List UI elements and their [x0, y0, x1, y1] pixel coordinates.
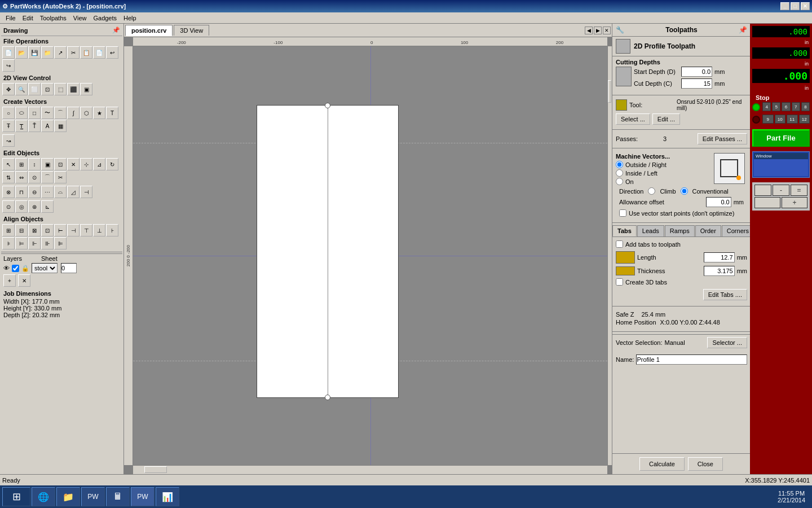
canvas-surface[interactable]: [133, 46, 607, 465]
layer-lock-icon[interactable]: 🔒: [21, 265, 29, 272]
circle-button[interactable]: ○: [2, 107, 15, 119]
select-button[interactable]: ↖: [2, 158, 15, 170]
menu-view[interactable]: View: [70, 14, 90, 23]
vector-start-check[interactable]: [619, 209, 626, 217]
transform-button[interactable]: ↕: [28, 158, 41, 170]
align-h-button[interactable]: ⊟: [15, 224, 28, 237]
edit-passes-button[interactable]: Edit Passes ...: [698, 133, 747, 144]
subtract-button[interactable]: ⊖: [28, 186, 41, 198]
menu-edit[interactable]: Edit: [19, 14, 37, 23]
tab-ramps[interactable]: Ramps: [665, 225, 695, 237]
copy-button[interactable]: 📋: [80, 46, 92, 59]
taskbar-pw3d[interactable]: PW: [81, 487, 105, 506]
offset-button[interactable]: ⊙: [28, 171, 41, 183]
align-tl-button[interactable]: ⊣: [67, 224, 80, 237]
tab-next-button[interactable]: ▶: [594, 27, 602, 34]
zoom-all-button[interactable]: ⬛: [67, 83, 80, 95]
add-layer-button[interactable]: +: [3, 274, 16, 287]
selector-button[interactable]: Selector ...: [707, 337, 747, 348]
tab-corners[interactable]: Corners: [722, 225, 751, 237]
btn-4[interactable]: 4: [762, 102, 771, 111]
ellipse-button[interactable]: ⬭: [15, 107, 28, 119]
start-depth-input[interactable]: 0.0: [681, 67, 712, 77]
snap2-button[interactable]: ◎: [15, 200, 28, 213]
calc-plus-btn[interactable]: +: [782, 197, 807, 208]
path-button[interactable]: ⊾: [41, 200, 54, 213]
label-button[interactable]: A: [41, 120, 54, 132]
tab-order[interactable]: Order: [695, 225, 721, 237]
part-file-button[interactable]: Part File: [752, 129, 810, 147]
menu-toolpaths[interactable]: Toolpaths: [37, 14, 70, 23]
zoom-box-button[interactable]: ⬜: [28, 83, 41, 95]
edit-tabs-button[interactable]: Edit Tabs ....: [703, 289, 747, 300]
layer-visibility-check[interactable]: [12, 265, 19, 272]
view3d-button[interactable]: ▣: [80, 83, 92, 95]
taskbar-explorer[interactable]: 📁: [56, 487, 80, 506]
split-button[interactable]: ✂: [54, 171, 67, 183]
import-button[interactable]: ✂: [67, 46, 80, 59]
align-t-button[interactable]: ⊩: [28, 237, 41, 249]
smooth-button[interactable]: ⋯: [41, 186, 54, 198]
pan-button[interactable]: ✥: [2, 83, 15, 95]
fillet-button[interactable]: ⌓: [54, 186, 67, 198]
btn-10[interactable]: 10: [775, 115, 786, 124]
name-input[interactable]: [636, 354, 747, 365]
zoom-fit-button[interactable]: ⬚: [54, 83, 67, 95]
menu-file[interactable]: File: [2, 14, 19, 23]
chamfer-button[interactable]: ◿: [67, 186, 80, 198]
scale-button[interactable]: ⊿: [93, 158, 105, 170]
calc-equals-btn[interactable]: =: [791, 185, 807, 196]
allowance-input[interactable]: [706, 197, 731, 207]
dist-v-button[interactable]: ⊢: [54, 224, 67, 237]
align-bl-button[interactable]: ⊥: [93, 224, 105, 237]
open-file-button[interactable]: 📂: [15, 46, 28, 59]
align-center-button[interactable]: ⊞: [2, 224, 15, 237]
delete-layer-button[interactable]: ✕: [18, 274, 30, 287]
bezier-button[interactable]: ∫: [67, 107, 80, 119]
tab-close-button[interactable]: ✕: [603, 27, 611, 34]
spline-button[interactable]: ↝: [2, 134, 15, 147]
flip-button[interactable]: ⇅: [2, 171, 15, 183]
close-button[interactable]: Close: [688, 457, 723, 471]
menu-gadgets[interactable]: Gadgets: [90, 14, 120, 23]
align-tr-button[interactable]: ⊤: [80, 224, 92, 237]
thickness-input[interactable]: [704, 266, 735, 276]
close-button[interactable]: ✕: [801, 2, 810, 10]
btn-8[interactable]: 8: [801, 102, 810, 111]
zoom-sel-button[interactable]: ⊡: [41, 83, 54, 95]
save-file-button[interactable]: 💾: [28, 46, 41, 59]
calc-minus-btn[interactable]: -: [773, 185, 789, 196]
mirror-button[interactable]: ⇔: [15, 171, 28, 183]
btn-5[interactable]: 5: [772, 102, 780, 111]
move-button[interactable]: ⊹: [80, 158, 92, 170]
open-folder-button[interactable]: 📁: [41, 46, 54, 59]
tab-position-crv[interactable]: position.crv: [125, 25, 173, 36]
join-button[interactable]: ⌒: [41, 171, 54, 183]
scrollbar-horizontal[interactable]: [133, 465, 607, 474]
conventional-radio[interactable]: [681, 187, 688, 195]
undo-button[interactable]: ↩: [106, 46, 118, 59]
scrollbar-v-thumb[interactable]: [608, 80, 611, 103]
text-path-button[interactable]: Ŧ: [2, 120, 15, 132]
calculate-button[interactable]: Calculate: [639, 457, 685, 471]
rotate-button[interactable]: ↻: [106, 158, 118, 170]
align-b-button[interactable]: ⊪: [41, 237, 54, 249]
layer-select[interactable]: stool: [32, 263, 58, 273]
minimize-button[interactable]: _: [780, 2, 789, 10]
align-v-button[interactable]: ⊠: [28, 224, 41, 237]
select-tool-button[interactable]: Select ...: [616, 113, 650, 125]
polygon-button[interactable]: ⬡: [80, 107, 92, 119]
align-l-button[interactable]: ⊧: [2, 237, 15, 249]
tab-3d-view[interactable]: 3D View: [174, 25, 209, 36]
sheet-input[interactable]: [61, 263, 77, 273]
outside-right-radio[interactable]: [616, 161, 623, 168]
dist-h-button[interactable]: ⊡: [41, 224, 54, 237]
wave-button[interactable]: 〜: [41, 107, 54, 119]
align-other-button[interactable]: ⊫: [54, 237, 67, 249]
btn-7[interactable]: 7: [792, 102, 800, 111]
maximize-button[interactable]: □: [791, 2, 800, 10]
cut-depth-input[interactable]: 15: [681, 78, 712, 89]
text-arc-button[interactable]: T̲: [15, 120, 28, 132]
ungroup-button[interactable]: ⊡: [54, 158, 67, 170]
scrollbar-vertical[interactable]: [607, 46, 612, 465]
